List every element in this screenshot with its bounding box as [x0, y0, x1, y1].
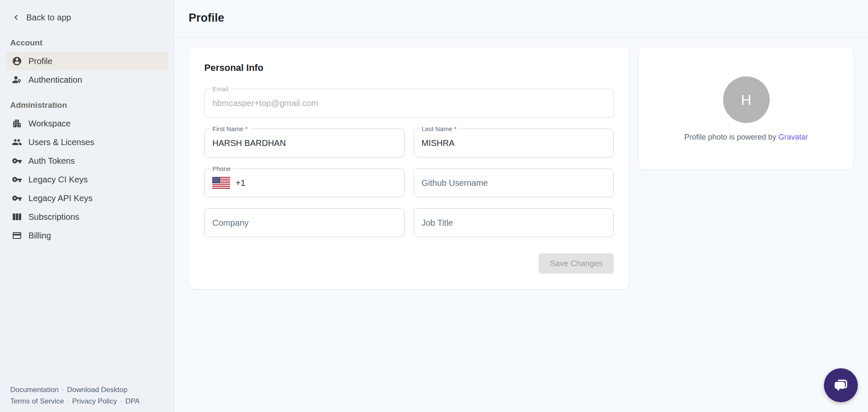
person-key-icon [12, 75, 22, 85]
key-icon [12, 174, 22, 185]
personal-info-card: Personal Info Email First Name * Last Na… [189, 47, 629, 289]
sidebar-item-auth-tokens[interactable]: Auth Tokens [6, 151, 168, 170]
footer-link-privacy[interactable]: Privacy Policy [72, 397, 117, 405]
sidebar-item-profile[interactable]: Profile [6, 52, 168, 70]
company-input[interactable] [212, 218, 397, 228]
main-area: Profile Personal Info Email First Name *… [175, 0, 868, 412]
personal-info-title: Personal Info [204, 62, 614, 73]
sidebar-item-billing[interactable]: Billing [6, 226, 168, 245]
github-username-input[interactable] [422, 178, 606, 188]
last-name-input[interactable] [422, 138, 606, 148]
app-window: Back to app Account Profile Authenticati… [0, 0, 868, 412]
building-icon [12, 118, 22, 129]
account-circle-icon [12, 56, 22, 66]
administration-nav: Workspace Users & Licenses Auth Tokens L… [0, 114, 174, 245]
sidebar-item-legacy-ci-keys[interactable]: Legacy CI Keys [6, 170, 168, 189]
section-title-administration: Administration [10, 101, 174, 110]
phone-field: Phone [204, 168, 405, 197]
phone-input[interactable] [236, 178, 270, 188]
sidebar-item-authentication[interactable]: Authentication [6, 70, 168, 89]
footer-separator: · [120, 397, 122, 405]
photo-caption: Profile photo is powered by Gravatar [684, 133, 808, 142]
back-to-app-label: Back to app [26, 13, 71, 22]
sidebar-item-users-licenses[interactable]: Users & Licenses [6, 133, 168, 151]
gravatar-link[interactable]: Gravatar [779, 133, 808, 141]
last-name-label: Last Name * [419, 125, 459, 133]
sidebar-item-label: Profile [28, 56, 53, 66]
content-area: Personal Info Email First Name * Last Na… [175, 38, 868, 289]
chat-launcher-button[interactable] [824, 368, 858, 402]
profile-photo-card: H Profile photo is powered by Gravatar [638, 47, 854, 170]
first-name-label: First Name * [210, 125, 250, 133]
us-flag-icon[interactable] [212, 177, 230, 189]
footer-link-dpa[interactable]: DPA [125, 397, 140, 405]
account-nav: Profile Authentication [0, 52, 174, 89]
key-icon [12, 193, 22, 203]
sidebar-item-subscriptions[interactable]: Subscriptions [6, 207, 168, 226]
photo-caption-text: Profile photo is powered by [684, 133, 776, 141]
first-name-field: First Name * [204, 129, 405, 157]
sidebar-footer: Documentation·Download Desktop Terms of … [10, 384, 139, 407]
personal-info-form: Email First Name * Last Name * Phone [204, 89, 614, 237]
sidebar-item-label: Legacy CI Keys [28, 175, 88, 185]
sidebar-item-label: Legacy API Keys [28, 193, 92, 203]
save-changes-button[interactable]: Save Changes [539, 253, 614, 274]
sidebar-item-label: Subscriptions [28, 212, 79, 222]
company-field [204, 208, 405, 237]
footer-separator: · [61, 386, 64, 394]
last-name-field: Last Name * [414, 129, 614, 157]
sidebar-item-label: Auth Tokens [28, 156, 75, 166]
columns-icon [12, 212, 22, 222]
sidebar-item-legacy-api-keys[interactable]: Legacy API Keys [6, 189, 168, 207]
job-title-field [414, 208, 614, 237]
footer-link-documentation[interactable]: Documentation [10, 386, 58, 394]
people-group-icon [12, 137, 22, 147]
sidebar-item-label: Users & Licenses [28, 137, 95, 147]
phone-label: Phone [210, 165, 233, 173]
sidebar-item-label: Authentication [28, 75, 82, 85]
credit-card-icon [12, 230, 22, 241]
footer-separator: · [67, 397, 70, 405]
chevron-left-icon [11, 12, 21, 22]
footer-link-download-desktop[interactable]: Download Desktop [67, 386, 128, 394]
github-username-field [414, 168, 614, 197]
sidebar-item-workspace[interactable]: Workspace [6, 114, 168, 133]
footer-link-terms[interactable]: Terms of Service [10, 397, 64, 405]
email-label: Email [210, 85, 231, 93]
key-icon [12, 156, 22, 166]
page-header: Profile [175, 0, 868, 38]
job-title-input[interactable] [422, 218, 606, 228]
chat-bubbles-icon [832, 376, 850, 394]
page-title: Profile [189, 11, 868, 25]
sidebar: Back to app Account Profile Authenticati… [0, 0, 175, 412]
email-input[interactable] [212, 98, 606, 108]
back-to-app-button[interactable]: Back to app [0, 11, 174, 24]
sidebar-item-label: Workspace [28, 119, 71, 129]
sidebar-item-label: Billing [28, 231, 51, 241]
first-name-input[interactable] [212, 138, 397, 148]
section-title-account: Account [10, 38, 174, 48]
email-field: Email [204, 89, 614, 118]
avatar: H [723, 76, 770, 123]
form-actions: Save Changes [204, 253, 614, 274]
avatar-initial: H [741, 92, 751, 108]
